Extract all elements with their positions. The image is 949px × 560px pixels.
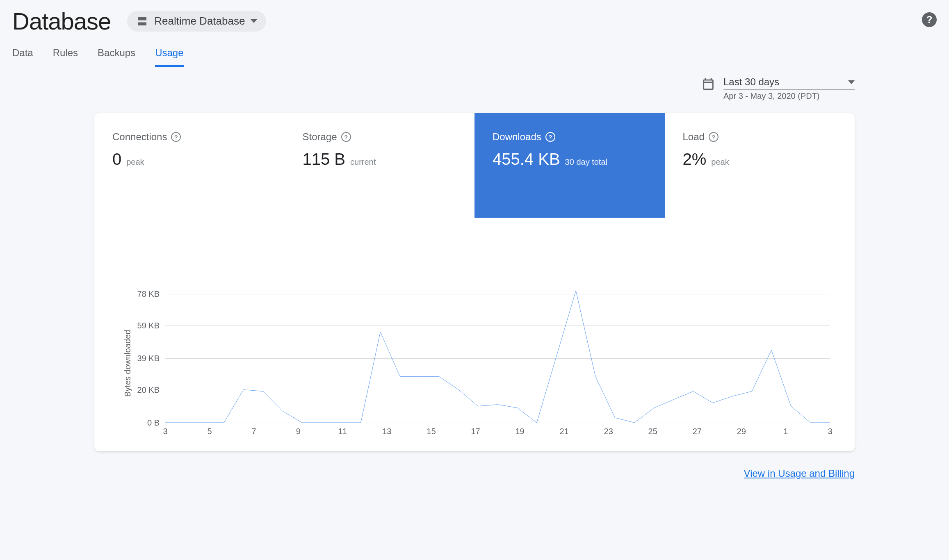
chart-y-tick: 59 KB bbox=[137, 321, 165, 330]
chart-y-tick: 39 KB bbox=[137, 354, 165, 363]
metric-value: 0 bbox=[112, 150, 121, 168]
metric-storage[interactable]: Storage ? 115 B current bbox=[285, 113, 475, 218]
chart-line bbox=[165, 287, 830, 423]
view-usage-billing-link[interactable]: View in Usage and Billing bbox=[744, 468, 855, 479]
chart-x-tick: 29 bbox=[737, 427, 746, 436]
chart-plot-area: 0 B20 KB39 KB59 KB78 KB 3579111315171921… bbox=[165, 287, 830, 423]
tab-rules[interactable]: Rules bbox=[53, 47, 78, 67]
metric-connections[interactable]: Connections ? 0 peak bbox=[94, 113, 285, 218]
metric-title: Downloads bbox=[493, 131, 541, 143]
metric-downloads[interactable]: Downloads ? 455.4 KB 30 day total bbox=[474, 113, 665, 218]
tab-data[interactable]: Data bbox=[12, 47, 33, 67]
metric-value: 455.4 KB bbox=[493, 150, 560, 168]
metrics-row: Connections ? 0 peak Storage ? 115 B cur… bbox=[94, 113, 855, 218]
chart-y-tick: 0 B bbox=[147, 418, 165, 428]
database-selector[interactable]: Realtime Database bbox=[127, 11, 266, 32]
chart-x-tick: 17 bbox=[471, 427, 480, 436]
help-icon[interactable]: ? bbox=[545, 132, 555, 142]
date-range-label: Last 30 days bbox=[723, 76, 779, 88]
metric-sub: current bbox=[350, 157, 376, 167]
chart-x-tick: 5 bbox=[208, 427, 212, 436]
metric-load[interactable]: Load ? 2% peak bbox=[665, 113, 855, 218]
database-selector-label: Realtime Database bbox=[154, 15, 245, 27]
chart-x-tick: 21 bbox=[559, 427, 568, 436]
tab-usage[interactable]: Usage bbox=[155, 47, 183, 67]
metric-title: Connections bbox=[112, 131, 167, 143]
metric-value: 115 B bbox=[303, 150, 346, 168]
chart-x-tick: 3 bbox=[163, 427, 167, 436]
chart: Bytes downloaded 0 B20 KB39 KB59 KB78 KB… bbox=[94, 218, 855, 451]
chart-x-tick: 15 bbox=[427, 427, 436, 436]
chart-x-tick: 1 bbox=[783, 427, 788, 436]
chart-x-axis: 35791113151719212325272913 bbox=[165, 423, 830, 427]
tabs: Data Rules Backups Usage bbox=[12, 47, 937, 67]
chart-x-tick: 11 bbox=[338, 427, 347, 436]
date-range-value: Apr 3 - May 3, 2020 (PDT) bbox=[723, 90, 855, 101]
chart-x-tick: 7 bbox=[252, 427, 256, 436]
help-icon[interactable]: ? bbox=[171, 132, 181, 142]
chart-y-tick: 78 KB bbox=[137, 289, 165, 299]
date-range-picker[interactable]: Last 30 days Apr 3 - May 3, 2020 (PDT) bbox=[701, 76, 855, 101]
chevron-down-icon bbox=[848, 80, 855, 84]
metric-sub: peak bbox=[711, 157, 729, 167]
chart-x-tick: 3 bbox=[828, 427, 832, 436]
chart-x-tick: 13 bbox=[382, 427, 391, 436]
chart-x-tick: 9 bbox=[296, 427, 301, 436]
chart-y-tick: 20 KB bbox=[137, 385, 165, 394]
metric-value: 2% bbox=[683, 150, 707, 168]
calendar-icon bbox=[701, 77, 715, 91]
chart-x-tick: 25 bbox=[648, 427, 657, 436]
tab-backups[interactable]: Backups bbox=[98, 47, 135, 67]
help-icon[interactable]: ? bbox=[341, 132, 351, 142]
metric-title: Load bbox=[683, 131, 705, 143]
chart-x-tick: 19 bbox=[515, 427, 524, 436]
chevron-down-icon bbox=[251, 19, 257, 23]
chart-x-tick: 23 bbox=[604, 427, 613, 436]
metric-sub: peak bbox=[126, 157, 144, 167]
chart-y-axis-label: Bytes downloaded bbox=[119, 287, 132, 423]
database-icon bbox=[136, 15, 148, 27]
page-title: Database bbox=[12, 7, 111, 35]
help-button[interactable]: ? bbox=[922, 12, 937, 27]
chart-x-tick: 27 bbox=[693, 427, 702, 436]
usage-card: Connections ? 0 peak Storage ? 115 B cur… bbox=[94, 113, 855, 451]
metric-title: Storage bbox=[303, 131, 337, 143]
help-icon[interactable]: ? bbox=[709, 132, 719, 142]
metric-sub: 30 day total bbox=[565, 157, 607, 167]
